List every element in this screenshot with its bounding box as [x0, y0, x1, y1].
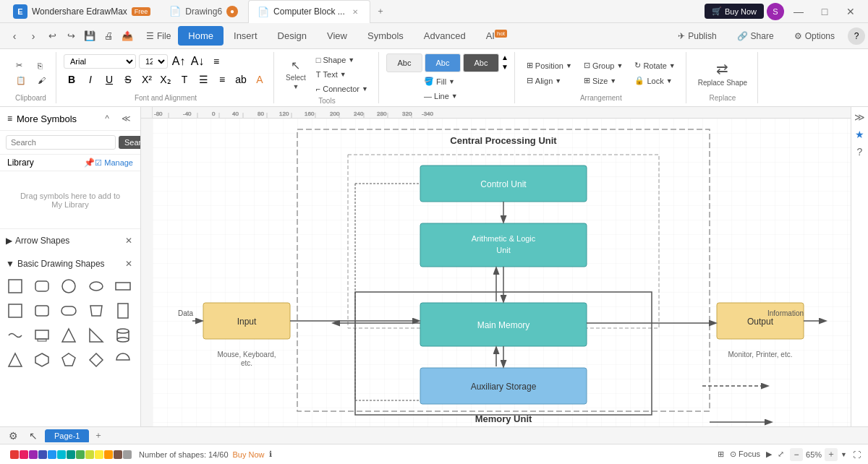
paste-button[interactable]: 📋: [12, 74, 30, 87]
buy-now-status-link[interactable]: Buy Now: [233, 450, 265, 459]
color-swatch-purple[interactable]: [29, 450, 38, 459]
subscript-button[interactable]: X₂: [158, 72, 174, 87]
copy-button[interactable]: ⎘: [33, 59, 50, 72]
user-avatar[interactable]: S: [767, 3, 784, 20]
italic-button[interactable]: I: [82, 72, 98, 87]
export-button[interactable]: 📤: [119, 27, 136, 45]
line-button[interactable]: — Line ▼: [420, 90, 475, 103]
decrease-font-button[interactable]: A↓: [190, 53, 205, 69]
right-panel-ai[interactable]: ★: [853, 127, 867, 142]
shape-wide-rounded[interactable]: [58, 300, 80, 322]
shape-rounded-rect[interactable]: [31, 275, 53, 297]
align-button-2[interactable]: ⊟ Align ▼: [522, 74, 576, 87]
undo-button[interactable]: ↩: [43, 27, 61, 45]
color-swatch-cyan[interactable]: [57, 450, 66, 459]
help-button[interactable]: ?: [848, 27, 865, 45]
fit-button[interactable]: ⤢: [778, 450, 784, 459]
add-page-button[interactable]: ＋: [92, 429, 105, 442]
style-swatch-1[interactable]: Abc: [386, 53, 422, 72]
tab-drawing6-close[interactable]: ●: [226, 6, 238, 17]
arrow-shapes-close[interactable]: ✕: [123, 235, 135, 246]
shape-ellipse[interactable]: [85, 275, 107, 297]
page-tab-1[interactable]: Page-1: [45, 429, 89, 442]
maximize-button[interactable]: □: [813, 3, 836, 20]
text-style-button[interactable]: T: [176, 72, 192, 87]
collapse-panel-button[interactable]: ≪: [119, 111, 133, 126]
position-button[interactable]: ⊞ Position ▼: [522, 59, 576, 72]
color-swatch-lime[interactable]: [85, 450, 94, 459]
buy-now-button[interactable]: 🛒 Buy Now: [705, 4, 764, 19]
file-menu[interactable]: ☰ File: [140, 28, 176, 44]
color-swatch-orange[interactable]: [104, 450, 113, 459]
shape-banner[interactable]: [31, 325, 53, 346]
shape-diamond[interactable]: [85, 349, 107, 371]
page-tools-icon[interactable]: ⚙: [4, 427, 22, 444]
style-swatch-2[interactable]: Abc: [425, 53, 461, 72]
save-local-button[interactable]: 💾: [81, 27, 98, 45]
back-button[interactable]: ‹: [6, 27, 23, 45]
color-swatch-blue[interactable]: [48, 450, 56, 459]
menu-tab-home[interactable]: Home: [178, 26, 224, 46]
close-button[interactable]: ✕: [839, 3, 862, 20]
rotate-button[interactable]: ↻ Rotate ▼: [630, 59, 679, 72]
manage-button[interactable]: ☑ Manage: [95, 158, 133, 168]
font-family-select[interactable]: Arial: [64, 54, 136, 69]
format-painter-button[interactable]: 🖌: [33, 74, 50, 87]
shape-wide-rect[interactable]: [112, 275, 134, 297]
align-button[interactable]: ≡: [208, 53, 224, 69]
zoom-out-button[interactable]: −: [790, 448, 803, 461]
color-swatch-teal[interactable]: [67, 450, 75, 459]
shape-square[interactable]: [4, 275, 26, 297]
style-swatch-3[interactable]: Abc: [463, 53, 499, 72]
zoom-in-button[interactable]: ＋: [825, 448, 838, 461]
color-swatch-indigo[interactable]: [38, 450, 47, 459]
right-panel-help[interactable]: ?: [853, 145, 867, 159]
text-tool-button[interactable]: T Text ▼: [312, 68, 373, 81]
menu-tab-symbols[interactable]: Symbols: [357, 26, 414, 46]
menu-tab-ai[interactable]: AIhot: [476, 26, 517, 46]
font-size-select[interactable]: 12: [139, 54, 168, 69]
shape-tall-rect[interactable]: [112, 300, 134, 322]
shape-parallelogram[interactable]: [85, 300, 107, 322]
shape-wave[interactable]: [4, 325, 26, 346]
canvas-mode-icon[interactable]: ⊞: [718, 450, 724, 459]
shape-hexagon[interactable]: [31, 349, 53, 371]
color-swatch-pink[interactable]: [20, 450, 28, 459]
color-swatch-yellow[interactable]: [95, 450, 103, 459]
strikethrough-button[interactable]: S: [120, 72, 136, 87]
style-scroll-up[interactable]: ▲: [501, 53, 509, 61]
play-button[interactable]: ▶: [766, 450, 772, 459]
redo-button[interactable]: ↪: [62, 27, 80, 45]
menu-tab-design[interactable]: Design: [268, 26, 317, 46]
options-button[interactable]: ⚙ Options: [787, 28, 842, 44]
page-cursor-icon[interactable]: ↖: [25, 427, 42, 444]
increase-font-button[interactable]: A↑: [171, 53, 187, 69]
list-button[interactable]: ☰: [195, 72, 211, 87]
color-swatch-red[interactable]: [10, 450, 19, 459]
tab-computer-block[interactable]: 📄 Computer Block ... ✕: [248, 0, 370, 23]
basic-drawing-close[interactable]: ✕: [123, 258, 135, 270]
text-align-button[interactable]: ≡: [214, 72, 230, 87]
shape-cylinder[interactable]: [112, 325, 134, 346]
fit-window-button[interactable]: ⛶: [853, 450, 861, 459]
shape-pentagon[interactable]: [58, 349, 80, 371]
publish-button[interactable]: ✈ Publish: [671, 28, 723, 44]
focus-button[interactable]: ⊙ Focus: [730, 450, 760, 459]
print-button[interactable]: 🖨: [100, 27, 117, 45]
shape-half-circle[interactable]: [112, 349, 134, 371]
arrow-shapes-header[interactable]: ▶ Arrow Shapes ✕: [4, 232, 136, 249]
style-scroll-down[interactable]: ▼: [501, 63, 509, 71]
search-button[interactable]: Search: [119, 136, 141, 149]
color-swatch-brown[interactable]: [114, 450, 122, 459]
menu-tab-insert[interactable]: Insert: [224, 26, 268, 46]
shape-rect-2[interactable]: [4, 300, 26, 322]
forward-button[interactable]: ›: [25, 27, 42, 45]
shape-rounded-2[interactable]: [31, 300, 53, 322]
connector-tool-button[interactable]: ⌐ Connector ▼: [312, 82, 373, 95]
tab-computer-block-close[interactable]: ✕: [349, 6, 361, 17]
font-color-button[interactable]: A: [252, 72, 268, 87]
ab-button[interactable]: ab: [233, 72, 249, 87]
color-swatch-gray[interactable]: [123, 450, 132, 459]
select-tool-button[interactable]: ↖ Select ▼: [281, 56, 310, 93]
shape-tool-button[interactable]: □ Shape ▼: [312, 53, 373, 66]
